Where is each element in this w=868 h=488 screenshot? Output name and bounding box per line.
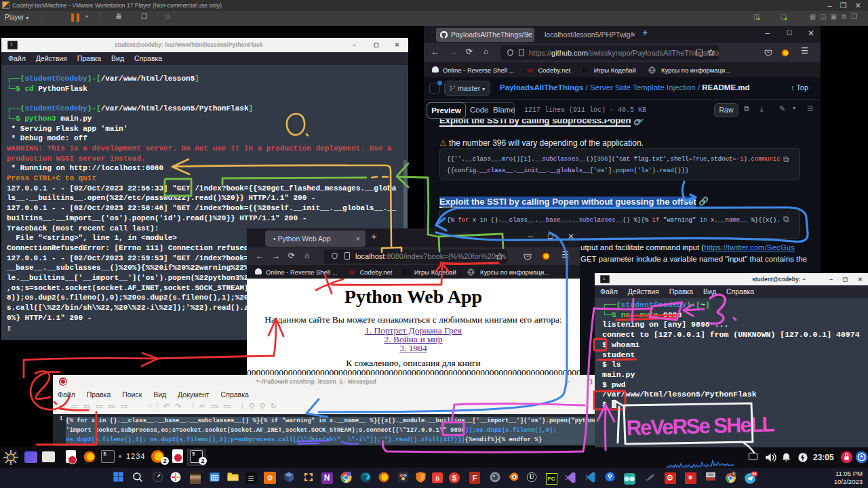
svg-text:A: A <box>732 472 735 476</box>
svg-text:64: 64 <box>752 472 756 476</box>
svg-text:U: U <box>529 473 534 481</box>
